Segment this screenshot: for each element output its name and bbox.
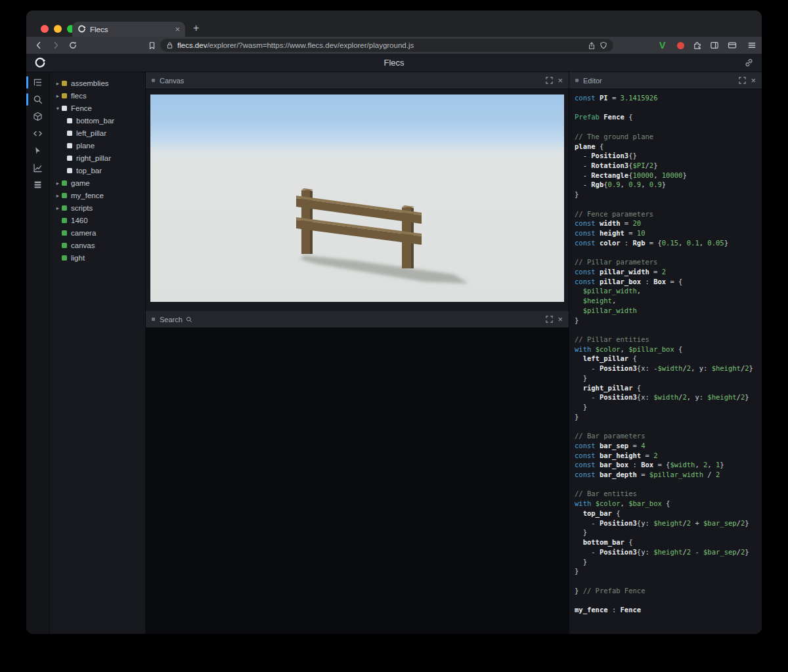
code-line: // The ground plane bbox=[575, 132, 762, 142]
red-dot-extension-icon[interactable] bbox=[677, 42, 684, 49]
chevron-collapsed-icon[interactable]: ▸ bbox=[54, 80, 62, 87]
code-line: } bbox=[575, 566, 762, 576]
canvas-panel: Canvas × bbox=[146, 72, 569, 311]
sidebar-toggle-icon[interactable] bbox=[709, 39, 720, 51]
forward-button[interactable] bbox=[50, 39, 62, 51]
code-line bbox=[575, 595, 762, 605]
tree-item-game[interactable]: ▸game bbox=[50, 177, 145, 189]
tree-item-flecs[interactable]: ▸flecs bbox=[50, 89, 145, 102]
tab-close-button[interactable]: × bbox=[175, 25, 180, 33]
canvas-3d-viewport[interactable] bbox=[150, 94, 564, 302]
code-line: with $color, $pillar_box { bbox=[575, 345, 762, 354]
panel-expand-button[interactable] bbox=[739, 77, 746, 84]
share-icon[interactable] bbox=[588, 41, 596, 50]
entity-kind-swatch bbox=[62, 218, 67, 223]
code-line bbox=[575, 248, 762, 258]
tree-item-label: Fence bbox=[71, 104, 92, 112]
tree-item-Fence[interactable]: ▾Fence bbox=[50, 102, 145, 114]
v-extension-icon[interactable]: V bbox=[659, 40, 665, 51]
entity-kind-swatch bbox=[62, 93, 67, 98]
main-area: ▸assemblies▸flecs▾Fencebottom_barleft_pi… bbox=[26, 72, 762, 634]
entity-kind-swatch bbox=[62, 193, 67, 198]
chevron-expanded-icon[interactable]: ▾ bbox=[54, 105, 62, 112]
tree-item-left_pillar[interactable]: left_pillar bbox=[50, 127, 145, 139]
chevron-collapsed-icon[interactable]: ▸ bbox=[54, 180, 62, 186]
menu-icon[interactable] bbox=[746, 39, 758, 51]
address-bar[interactable]: flecs.dev/explorer/?wasm=https://www.fle… bbox=[160, 39, 613, 52]
tree-item-label: my_fence bbox=[71, 192, 104, 200]
code-line: - Position3{x: $width/2, y: $height/2} bbox=[575, 392, 762, 402]
outliner-icon[interactable] bbox=[26, 77, 49, 88]
tree-item-light[interactable]: light bbox=[50, 251, 145, 264]
search-icon[interactable] bbox=[26, 94, 49, 105]
tree-item-1460[interactable]: 1460 bbox=[50, 214, 145, 226]
entity-kind-swatch bbox=[67, 156, 72, 161]
code-line: } bbox=[575, 190, 762, 200]
tree-item-my_fence[interactable]: ▸my_fence bbox=[50, 189, 145, 201]
window-close-button[interactable] bbox=[41, 25, 49, 33]
center-column: Canvas × bbox=[146, 72, 569, 634]
reload-button[interactable] bbox=[67, 39, 79, 51]
code-line: $pillar_width bbox=[575, 306, 762, 316]
bookmark-icon[interactable] bbox=[146, 39, 158, 51]
panel-close-button[interactable]: × bbox=[558, 315, 563, 324]
panel-expand-button[interactable] bbox=[546, 77, 553, 84]
panel-close-button[interactable]: × bbox=[751, 76, 756, 85]
code-line: const bar_box : Box = {$width, 2, 1} bbox=[575, 460, 762, 470]
code-line: bottom_bar { bbox=[575, 537, 762, 547]
tree-item-right_pillar[interactable]: right_pillar bbox=[50, 152, 145, 164]
panel-handle-icon bbox=[575, 79, 579, 82]
stats-icon[interactable] bbox=[26, 162, 49, 173]
code-line: - Position3{y: $height/2 - $bar_sep/2} bbox=[575, 547, 762, 557]
code-line: // Bar parameters bbox=[575, 431, 762, 441]
tree-item-top_bar[interactable]: top_bar bbox=[50, 164, 145, 177]
inspect-icon[interactable] bbox=[26, 145, 49, 156]
chevron-collapsed-icon[interactable]: ▸ bbox=[54, 93, 62, 99]
extensions-puzzle-icon[interactable] bbox=[691, 39, 703, 51]
tree-item-canvas[interactable]: canvas bbox=[50, 239, 145, 251]
tree-item-camera[interactable]: camera bbox=[50, 226, 145, 239]
code-line: } bbox=[575, 402, 762, 412]
url-path: /explorer/?wasm=https://www.flecs.dev/ex… bbox=[207, 41, 414, 49]
fence-3d-scene bbox=[150, 94, 564, 302]
code-line bbox=[575, 480, 762, 490]
tree-item-plane[interactable]: plane bbox=[50, 139, 145, 152]
lock-icon bbox=[166, 41, 173, 49]
browser-toolbar: flecs.dev/explorer/?wasm=https://www.fle… bbox=[26, 37, 762, 54]
code-line: top_bar { bbox=[575, 509, 762, 518]
tree-item-label: plane bbox=[76, 142, 95, 150]
code-line bbox=[575, 325, 762, 335]
chevron-collapsed-icon[interactable]: ▸ bbox=[54, 192, 62, 199]
code-line: my_fence : Fence bbox=[575, 605, 762, 615]
panel-expand-button[interactable] bbox=[546, 316, 553, 323]
code-line: - Position3{x: -$width/2, y: $height/2} bbox=[575, 364, 762, 373]
back-button[interactable] bbox=[33, 39, 45, 51]
entity-kind-swatch bbox=[67, 131, 72, 136]
editor-code[interactable]: const PI = 3.1415926 Prefab Fence { // T… bbox=[569, 89, 762, 634]
code-line: // Fence parameters bbox=[575, 209, 762, 219]
tree-item-label: assemblies bbox=[71, 79, 109, 87]
chevron-collapsed-icon[interactable]: ▸ bbox=[54, 205, 62, 211]
entity-kind-swatch bbox=[62, 243, 67, 248]
wallet-card-icon[interactable] bbox=[726, 39, 738, 51]
entities-icon[interactable] bbox=[26, 111, 49, 122]
code-line: plane { bbox=[575, 142, 762, 152]
flecs-favicon-icon bbox=[77, 25, 86, 33]
entity-kind-swatch bbox=[67, 118, 72, 123]
entity-kind-swatch bbox=[62, 255, 67, 261]
tree-item-assemblies[interactable]: ▸assemblies bbox=[50, 77, 145, 89]
icon-rail bbox=[26, 72, 49, 634]
code-line: } bbox=[575, 528, 762, 537]
code-icon[interactable] bbox=[26, 128, 49, 139]
entity-kind-swatch bbox=[62, 106, 67, 111]
shield-icon[interactable] bbox=[600, 41, 607, 50]
code-line: left_pillar { bbox=[575, 354, 762, 364]
panel-close-button[interactable]: × bbox=[558, 76, 563, 85]
window-minimize-button[interactable] bbox=[54, 25, 62, 33]
browser-tab[interactable]: Flecs × bbox=[72, 22, 185, 37]
queries-icon[interactable] bbox=[26, 179, 49, 190]
tree-item-scripts[interactable]: ▸scripts bbox=[50, 201, 145, 214]
new-tab-button[interactable]: + bbox=[193, 23, 199, 33]
code-line: const height = 10 bbox=[575, 228, 762, 238]
tree-item-bottom_bar[interactable]: bottom_bar bbox=[50, 114, 145, 127]
